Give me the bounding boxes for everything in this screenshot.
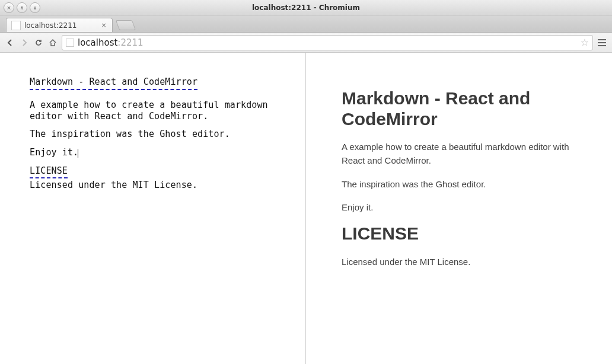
editor-p1: A example how to create a beautiful mark… [30,100,273,122]
editor-p2: The inspiration was the Ghost editor. [30,129,230,139]
back-button[interactable] [5,37,15,48]
window-title: localhost:2211 - Chromium [43,4,569,12]
preview-h1: Markdown - React and CodeMirror [342,88,588,129]
preview-p1: A example how to create a beautiful mark… [342,140,588,168]
address-bar[interactable]: localhost:2211 ☆ [62,35,593,50]
text-cursor [78,149,78,158]
window-close-button[interactable]: × [4,2,14,13]
tab-label: localhost:2211 [24,21,76,30]
window-maximize-button[interactable]: ∨ [30,2,40,13]
browser-tab[interactable]: localhost:2211 × [6,18,113,32]
reload-button[interactable] [33,37,44,48]
markdown-preview-pane: Markdown - React and CodeMirror A exampl… [306,53,612,364]
editor-p4: Licensed under the MIT License. [30,180,197,190]
preview-h2: LICENSE [342,223,588,244]
home-button[interactable] [47,37,58,48]
markdown-editor-pane[interactable]: Markdown - React and CodeMirror A exampl… [0,53,306,364]
page-content: Markdown - React and CodeMirror A exampl… [0,53,612,364]
editor-h2: LICENSE [30,165,68,178]
window-titlebar: × ∧ ∨ localhost:2211 - Chromium [0,0,612,15]
forward-button[interactable] [19,37,30,48]
editor-h1: Markdown - React and CodeMirror [30,76,197,90]
page-icon [66,39,74,47]
window-minimize-button[interactable]: ∧ [17,2,27,13]
preview-p2: The inspiration was the Ghost editor. [342,177,588,191]
editor-p3: Enjoy it. [30,147,78,158]
preview-p3: Enjoy it. [342,200,588,214]
preview-p4: Licensed under the MIT License. [342,255,588,269]
url-host: localhost [78,37,117,48]
tabstrip: localhost:2211 × [0,15,612,33]
browser-toolbar: localhost:2211 ☆ [0,33,612,53]
bookmark-star-icon[interactable]: ☆ [581,37,589,48]
chrome-menu-button[interactable] [597,39,607,46]
tab-close-icon[interactable]: × [100,22,107,29]
new-tab-button[interactable] [116,20,136,30]
url-port: :2211 [117,37,143,48]
